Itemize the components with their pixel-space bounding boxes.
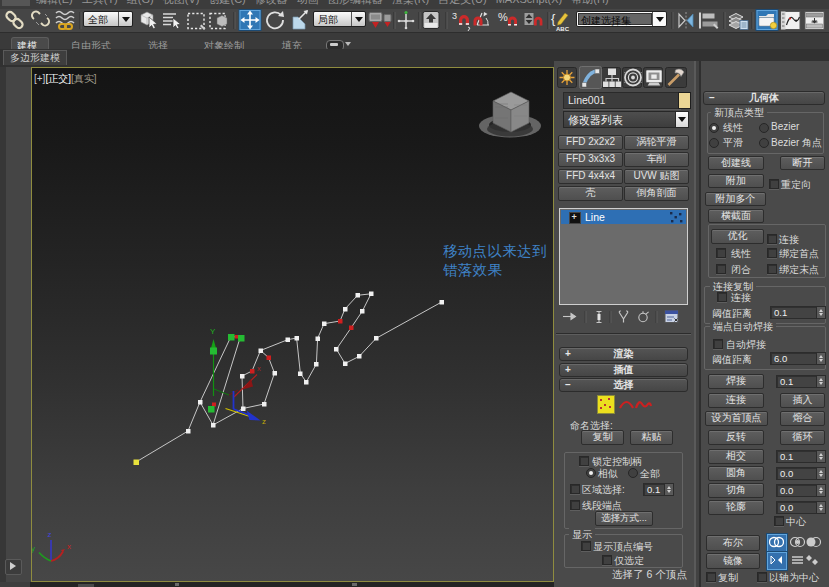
svg-text:{: { [551,11,556,26]
svg-text:Y: Y [210,327,216,336]
svg-text:x: x [257,364,261,373]
svg-text:ABC: ABC [556,26,570,32]
svg-text:z: z [262,417,266,426]
svg-text:z: z [48,530,52,539]
svg-text:y: y [32,544,35,553]
svg-text:%: % [498,11,508,23]
svg-text:x: x [67,542,71,551]
svg-text:3: 3 [452,11,457,21]
